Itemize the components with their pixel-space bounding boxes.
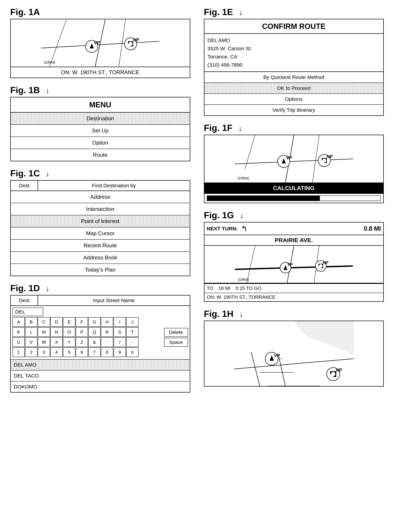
fig-1d-arrow: ↓ [46,284,50,293]
fig-1c-arrow: ↓ [46,169,50,178]
fig-1h-map: VP NP [204,321,384,386]
key-k[interactable]: K [12,327,25,337]
suggestion-dokomo[interactable]: DOKOMO [11,381,190,392]
calculating-label: CALCULATING [204,183,384,194]
key-v[interactable]: V [25,337,37,347]
key-u[interactable]: U [12,337,25,347]
svg-text:|1/8mi|: |1/8mi| [44,60,55,64]
svg-text:VP: VP [286,155,292,160]
key-e[interactable]: E [63,317,75,327]
key-b[interactable]: B [25,317,37,327]
key-m[interactable]: M [38,327,50,337]
fig-1c-header: Dest Find Destination by [11,181,190,191]
fig-1h-label: Fig. 1H ↓ [204,309,384,319]
suggestion-del-taco[interactable]: DEL TACO [11,370,190,381]
key-apos[interactable]: ' [101,337,113,347]
fig-1g-block: Fig. 1G ↓ NEXT TURN: ↰ 0.8 MI PRAIRIE AV… [204,210,384,302]
menu-title: MENU [11,97,190,113]
kbd-row-2: K L M N O P Q R S T [12,327,162,337]
svg-point-19 [322,158,326,163]
fig-1b-screen: MENU Destination Set Up Option Route [10,97,190,161]
svg-text:NP: NP [327,154,333,159]
fig-1d-header: Dest Input Street Name [11,295,190,306]
key-h[interactable]: H [101,317,113,327]
progress-bar-bg [207,195,381,201]
svg-text:NP: NP [336,367,342,373]
key-z[interactable]: Z [76,337,88,347]
key-y[interactable]: Y [63,337,75,347]
confirm-details: DEL AMO3525 W. Carson St.Torrance, CA(31… [204,34,384,72]
key-amp[interactable]: & [88,337,101,347]
key-2[interactable]: 2 [25,348,37,357]
fig-1c-header-left: Dest [11,181,38,190]
key-7[interactable]: 7 [88,348,101,357]
fig-1f-map: VP NP |1/8mi| [204,135,384,183]
confirm-itinerary[interactable]: Verify Trip Itinerary [204,105,384,115]
key-f[interactable]: F [76,317,88,327]
key-d[interactable]: D [50,317,63,327]
svg-point-30 [319,264,323,268]
space-button[interactable]: Space [164,338,188,347]
fig-1h-screen: VP NP [204,321,384,387]
fig-1g-map: VP NP |1/8mi| [204,246,384,283]
menu-item-route[interactable]: Route [11,149,190,161]
key-t[interactable]: T [126,327,139,337]
dest-todaysplan[interactable]: Today's Plan [11,264,190,276]
dest-mapcursor[interactable]: Map Cursor [11,227,190,240]
dest-address[interactable]: Address [11,191,190,203]
key-9[interactable]: 9 [114,348,126,357]
key-5[interactable]: 5 [63,348,75,357]
key-a[interactable]: A [12,317,25,327]
svg-point-8 [129,42,133,46]
key-o[interactable]: O [63,327,75,337]
key-i[interactable]: I [114,317,126,327]
key-3[interactable]: 3 [38,348,50,357]
key-q[interactable]: Q [88,327,101,337]
turn-distance: 0.8 MI [364,225,381,232]
key-dash[interactable]: - [126,337,139,347]
key-4[interactable]: 4 [50,348,63,357]
svg-text:NP: NP [323,260,328,265]
svg-text:|1/8mi|: |1/8mi| [238,277,249,282]
kbd-row-1: A B C D E F G H I J [12,317,162,327]
svg-text:VP: VP [94,40,100,45]
key-s[interactable]: S [114,327,126,337]
svg-line-34 [234,359,353,369]
menu-item-setup[interactable]: Set Up [11,125,190,137]
key-g[interactable]: G [88,317,101,327]
confirm-route-method[interactable]: By Quickest Route Method [204,72,384,83]
keyboard-area: DEL A B C D E F G H [11,306,190,359]
dest-poi[interactable]: Point of Interest [11,215,190,227]
key-n[interactable]: N [50,327,63,337]
fig-1e-screen: CONFIRM ROUTE DEL AMO3525 W. Carson St.T… [204,19,384,116]
fig-1f-block: Fig. 1F ↓ VP [204,123,384,203]
key-c[interactable]: C [38,317,50,327]
confirm-options[interactable]: Options [204,94,384,105]
dest-intersection[interactable]: Intersection [11,203,190,215]
key-j[interactable]: J [126,317,139,327]
nav-street-name: PRAIRIE AVE. [204,235,384,246]
nav-time-to-go: 0:15 TO GO [235,285,261,291]
key-0[interactable]: 0 [126,348,139,357]
key-1[interactable]: 1 [12,348,25,357]
svg-point-44 [331,372,335,376]
key-slash[interactable]: / [114,337,126,347]
key-8[interactable]: 8 [101,348,113,357]
key-r[interactable]: R [101,327,113,337]
key-l[interactable]: L [25,327,37,337]
dest-recentroute[interactable]: Recent Route [11,240,190,252]
key-p[interactable]: P [76,327,88,337]
fig-1e-block: Fig. 1E ↓ CONFIRM ROUTE DEL AMO3525 W. C… [204,7,384,116]
confirm-ok[interactable]: OK to Proceed [204,83,384,94]
suggestion-del-amo[interactable]: DEL AMO [11,359,190,370]
delete-button[interactable]: Delete [164,328,188,337]
key-6[interactable]: 6 [76,348,88,357]
key-w[interactable]: W [38,337,50,347]
fig-1b-block: Fig. 1B ↓ MENU Destination Set Up Option… [10,85,190,161]
street-input[interactable]: DEL [12,308,43,316]
key-x[interactable]: X [50,337,63,347]
menu-item-option[interactable]: Option [11,137,190,149]
menu-item-destination[interactable]: Destination [11,113,190,125]
dest-addressbook[interactable]: Address Book [11,252,190,264]
keyboard-grid: A B C D E F G H I J [12,317,162,358]
